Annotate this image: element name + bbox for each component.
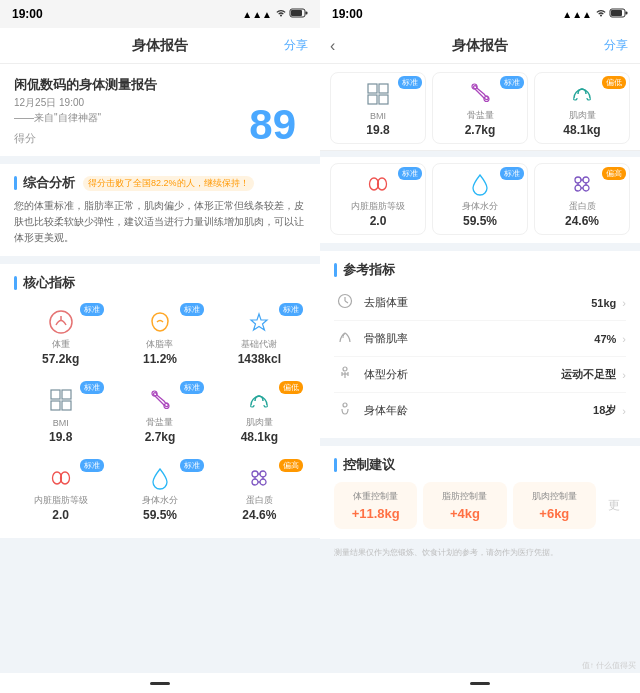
skeletal-label: 骨骼肌率 (364, 331, 594, 346)
right-back-icon[interactable]: ‹ (330, 37, 335, 55)
right-bone-name: 骨盐量 (467, 109, 494, 122)
header-card: 闲侃数码的身体测量报告 12月25日 19:00 ——来自"自律神器" 得分 8… (0, 64, 320, 156)
ref-row-lean-weight[interactable]: 去脂体重 51kg › (334, 285, 626, 321)
section-bar (14, 176, 17, 190)
svg-point-13 (252, 471, 258, 477)
left-nav-title: 身体报告 (132, 37, 188, 55)
weight-icon (47, 308, 75, 336)
body-type-label: 体型分析 (364, 367, 561, 382)
disclaimer-text: 测量结果仅作为您锻炼、饮食计划的参考，请勿作为医疗凭据。 (320, 539, 640, 567)
ctrl-more-button[interactable]: 更 (602, 482, 626, 529)
right-muscle-value: 48.1kg (563, 123, 600, 137)
control-grid: 体重控制量 +11.8kg 脂肪控制量 +4kg 肌肉控制量 +6kg 更 (334, 482, 626, 529)
bmi-name: BMI (53, 418, 69, 428)
right-water-value: 59.5% (463, 214, 497, 228)
core-metrics-section: 核心指标 标准 体重 57.2kg 标准 体脂率 (0, 264, 320, 538)
right-wifi-icon (595, 8, 607, 20)
left-bottom-bar (0, 673, 320, 693)
muscle-value: 48.1kg (241, 430, 278, 444)
svg-point-43 (343, 367, 347, 371)
left-time: 19:00 (12, 7, 43, 21)
svg-rect-6 (62, 390, 71, 399)
skeletal-icon (334, 329, 356, 348)
ref-section-header: 参考指标 (334, 261, 626, 279)
ctrl-weight-value: +11.8kg (340, 506, 411, 521)
metric-fat[interactable]: 标准 体脂率 11.2% (113, 300, 206, 372)
right-bone-badge: 标准 (500, 76, 524, 89)
right-status-icons: ▲▲▲ (562, 8, 628, 20)
right-muscle-name: 肌肉量 (569, 109, 596, 122)
report-title: 闲侃数码的身体测量报告 (14, 76, 306, 94)
water-value: 59.5% (143, 508, 177, 522)
right-protein-value: 24.6% (565, 214, 599, 228)
metric-protein[interactable]: 偏高 蛋白质 24.6% (213, 456, 306, 528)
home-indicator (150, 682, 170, 685)
svg-rect-8 (62, 401, 71, 410)
ref-row-body-type[interactable]: 体型分析 运动不足型 › (334, 357, 626, 393)
muscle-badge: 偏低 (279, 381, 303, 394)
ctrl-fat-value: +4kg (429, 506, 500, 521)
core-metric-grid: 标准 体重 57.2kg 标准 体脂率 11.2% 标准 (14, 300, 306, 528)
right-metric-bmi[interactable]: 标准 BMI 19.8 (330, 72, 426, 144)
right-metric-protein[interactable]: 偏高 蛋白质 24.6% (534, 163, 630, 235)
body-type-icon (334, 365, 356, 384)
right-metric-visceral[interactable]: 标准 内脏脂肪等级 2.0 (330, 163, 426, 235)
right-metric-water[interactable]: 标准 身体水分 59.5% (432, 163, 528, 235)
fat-name: 体脂率 (146, 338, 173, 351)
metabolism-badge: 标准 (279, 303, 303, 316)
right-signal-icon: ▲▲▲ (562, 9, 592, 20)
right-visceral-name: 内脏脂肪等级 (351, 200, 405, 213)
fat-value: 11.2% (143, 352, 177, 366)
watermark: 值↑ 什么值得买 (582, 660, 636, 671)
right-nav-title: 身体报告 (452, 37, 508, 55)
ref-row-body-age[interactable]: 身体年龄 18岁 › (334, 393, 626, 428)
body-age-value: 18岁 (593, 403, 616, 418)
lean-weight-value: 51kg (591, 297, 616, 309)
ctrl-weight: 体重控制量 +11.8kg (334, 482, 417, 529)
metric-metabolism[interactable]: 标准 基础代谢 1438kcl (213, 300, 306, 372)
skeletal-arrow: › (622, 333, 626, 345)
weight-name: 体重 (52, 338, 70, 351)
comprehensive-badge: 得分击败了全国82.2%的人，继续保持！ (83, 176, 254, 191)
ctrl-muscle-label: 肌肉控制量 (519, 490, 590, 503)
metric-bone[interactable]: 标准 骨盐量 2.7kg (113, 378, 206, 450)
score-row: 得分 89 (14, 131, 306, 146)
metric-weight[interactable]: 标准 体重 57.2kg (14, 300, 107, 372)
svg-rect-26 (368, 95, 377, 104)
visceral-value: 2.0 (52, 508, 69, 522)
metric-visceral[interactable]: 标准 内脏脂肪等级 2.0 (14, 456, 107, 528)
svg-rect-1 (291, 10, 302, 16)
right-share-button[interactable]: 分享 (604, 37, 628, 54)
body-age-icon (334, 401, 356, 420)
left-nav-bar: 身体报告 分享 (0, 28, 320, 64)
left-share-button[interactable]: 分享 (284, 37, 308, 54)
right-muscle-icon (568, 79, 596, 107)
weight-badge: 标准 (80, 303, 104, 316)
metric-bmi[interactable]: 标准 BMI 19.8 (14, 378, 107, 450)
ctrl-fat: 脂肪控制量 +4kg (423, 482, 506, 529)
svg-rect-24 (368, 84, 377, 93)
left-scroll-content[interactable]: 闲侃数码的身体测量报告 12月25日 19:00 ——来自"自律神器" 得分 8… (0, 64, 320, 673)
reference-section: 参考指标 去脂体重 51kg › 骨骼肌率 47% › (320, 251, 640, 438)
ctrl-muscle-value: +6kg (519, 506, 590, 521)
ref-row-skeletal-muscle[interactable]: 骨骼肌率 47% › (334, 321, 626, 357)
right-scroll-content[interactable]: 标准 BMI 19.8 标准 骨盐量 2.7kg (320, 64, 640, 673)
protein-value: 24.6% (242, 508, 276, 522)
right-metric-bone[interactable]: 标准 骨盐量 2.7kg (432, 72, 528, 144)
metric-muscle[interactable]: 偏低 肌肉量 48.1kg (213, 378, 306, 450)
ctrl-muscle: 肌肉控制量 +6kg (513, 482, 596, 529)
right-home-indicator (470, 682, 490, 685)
svg-point-15 (252, 479, 258, 485)
bone-badge: 标准 (180, 381, 204, 394)
right-protein-name: 蛋白质 (569, 200, 596, 213)
right-metric-muscle[interactable]: 偏低 肌肉量 48.1kg (534, 72, 630, 144)
svg-rect-22 (611, 10, 622, 16)
right-protein-icon (568, 170, 596, 198)
control-title: 控制建议 (343, 456, 395, 474)
right-water-badge: 标准 (500, 167, 524, 180)
ref-section-bar (334, 263, 337, 277)
metric-water[interactable]: 标准 身体水分 59.5% (113, 456, 206, 528)
bone-name: 骨盐量 (146, 416, 173, 429)
score-value: 89 (249, 101, 296, 149)
fat-badge: 标准 (180, 303, 204, 316)
